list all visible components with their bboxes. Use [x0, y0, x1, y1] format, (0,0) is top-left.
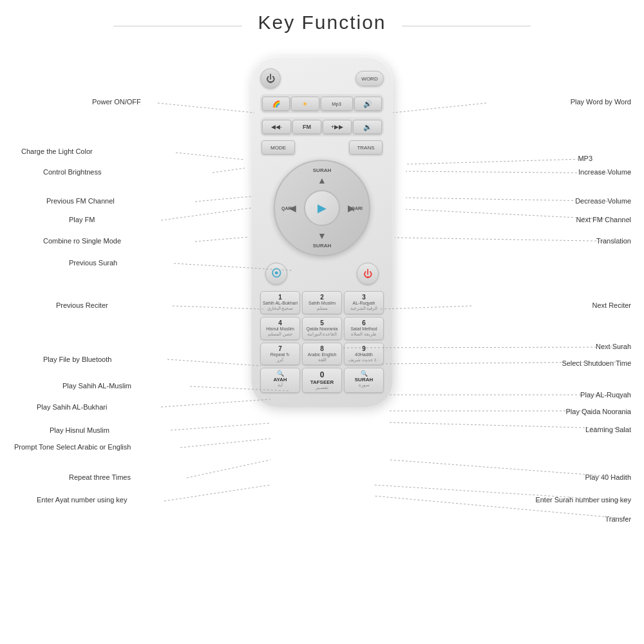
key-4-button[interactable]: 4 Hisnul Muslim حصن المسلم [260, 317, 300, 340]
svg-line-3 [213, 168, 245, 173]
key-8-en: Arabic English [304, 352, 340, 357]
key-5-ar: القاعدة النورانية [304, 332, 340, 337]
key-4-ar: حصن المسلم [262, 332, 298, 337]
label-prev-fm: Previous FM Channel [46, 197, 115, 205]
label-play-bluetooth: Play File by Bluetooth [43, 355, 111, 363]
key-6-ar: طريقة الصلاة [346, 332, 382, 337]
down-arrow-icon[interactable]: ▼ [317, 231, 327, 241]
key-3-ar: الرقية الشرعية [346, 306, 382, 311]
label-prev-reciter: Previous Reciter [56, 301, 108, 309]
svg-line-27 [164, 485, 270, 501]
label-enter-surah: Enter Surah number using key [535, 496, 631, 504]
label-play-qaida: Play Qaida Noorania [565, 408, 631, 415]
label-play-40-hadith: Play 40 Hadith [585, 473, 631, 481]
ayah-icon: 🔍 [262, 370, 298, 377]
key-4-en: Hisnul Muslim [262, 327, 298, 332]
key-3-button[interactable]: 3 AL-Ruqyah الرقية الشرعية [344, 291, 384, 314]
ayah-ar: آية [262, 383, 298, 388]
word-button[interactable]: WORD [355, 71, 384, 86]
svg-line-11 [395, 238, 631, 242]
label-play-sahih-muslim: Play Sahih AL-Muslim [62, 382, 131, 390]
up-arrow-icon[interactable]: ▲ [317, 175, 327, 185]
fm-row: ◀◀- FM +▶▶ 🔉 [260, 117, 384, 137]
svg-line-0 [158, 103, 254, 113]
volume-down-button[interactable]: 🔉 [353, 120, 382, 134]
word-label: WORD [361, 76, 377, 82]
fm-button[interactable]: FM [292, 120, 321, 134]
label-combine: Combine ro Single Mode [43, 237, 121, 245]
svg-line-10 [195, 237, 249, 242]
surah-key-button[interactable]: 🔍 SURAH سورة [344, 368, 384, 393]
label-play-hisnul: Play Hisnul Muslim [50, 426, 109, 434]
key-2-button[interactable]: 2 Sahih Muslim مسلم [302, 291, 342, 314]
title-line-right [402, 26, 531, 26]
remote-body: ⏻ WORD 🌈 ☀ Mp3 🔊 ◀◀- FM +▶▶ 🔉 MODE [251, 57, 393, 407]
shutdown-button[interactable]: ⏻ [357, 263, 379, 285]
label-transfer: Transfer [605, 515, 631, 523]
key-3-num: 3 [346, 294, 382, 301]
volume-up-button[interactable]: 🔊 [354, 97, 382, 111]
key-8-ar: اللغة [304, 357, 340, 363]
bluetooth-button[interactable]: ⦿ [265, 263, 287, 285]
label-select-shutdown: Select Shutdoen Time [562, 359, 631, 367]
svg-line-8 [161, 208, 251, 220]
label-control-brightness: Control Brightness [43, 168, 102, 176]
mp3-label: Mp3 [332, 101, 341, 107]
label-play-al-ruqyah: Play AL-Ruqyah [580, 391, 631, 399]
key-6-button[interactable]: 6 Salat Method طريقة الصلاة [344, 317, 384, 340]
dpad-center-button[interactable]: ▶ [304, 190, 340, 226]
svg-line-14 [380, 306, 471, 309]
brightness-button[interactable]: ☀ [291, 97, 319, 111]
numpad-top: 1 Sahih AL-Bukhari صحيح البخاري 2 Sahih … [260, 291, 384, 314]
top-button-row: ⏻ WORD [260, 68, 384, 89]
svg-line-22 [171, 423, 270, 430]
power-button[interactable]: ⏻ [260, 68, 281, 89]
key-7-en: Repeat ↻ [262, 352, 298, 357]
mode-button[interactable]: MODE [261, 140, 295, 155]
mode-label: MODE [270, 145, 286, 151]
svg-line-24 [180, 439, 270, 448]
left-arrow-icon[interactable]: ◀ [289, 203, 296, 213]
label-charge-light: Charge the Light Color [21, 147, 93, 155]
key-8-button[interactable]: 8 Arabic English اللغة [302, 343, 342, 366]
label-increase-vol: Increase Volume [578, 168, 631, 176]
svg-line-25 [187, 460, 270, 478]
key-5-button[interactable]: 5 Qaida Noorania القاعدة النورانية [302, 317, 342, 340]
key-3-en: AL-Ruqyah [346, 301, 382, 306]
ayah-button[interactable]: 🔍 AYAH آية [260, 368, 300, 393]
label-enter-ayat: Enter Ayat number using key [37, 496, 127, 504]
key-9-num: 9 [346, 345, 382, 352]
surah-key-icon: 🔍 [346, 370, 382, 377]
key-1-ar: صحيح البخاري [262, 306, 298, 311]
dpad-outer[interactable]: SURAH SURAH QARI QARI ▲ ▼ ◀ ▶ ▶ [274, 160, 370, 256]
key-1-button[interactable]: 1 Sahih AL-Bukhari صحيح البخاري [260, 291, 300, 314]
key-7-button[interactable]: 7 Repeat ↻ كرر [260, 343, 300, 366]
light-color-button[interactable]: 🌈 [262, 97, 290, 111]
label-prev-surah: Previous Surah [69, 259, 117, 267]
label-next-surah: Next Surah [596, 343, 631, 350]
label-decrease-vol: Decrease Volume [575, 197, 631, 205]
play-pause-icon: ▶ [317, 201, 327, 215]
key-5-en: Qaida Noorania [304, 327, 340, 332]
key-1-en: Sahih AL-Bukhari [262, 301, 298, 306]
label-translation: Translation [596, 237, 631, 245]
next-fm-button[interactable]: +▶▶ [323, 120, 352, 134]
key-5-num: 5 [304, 319, 340, 327]
tafseer-button[interactable]: 0 TAFSEER تفسـير [302, 368, 342, 393]
key-9-button[interactable]: 9 40Hadith ٤٠ حديث شريف [344, 343, 384, 366]
mp3-button[interactable]: Mp3 [321, 97, 353, 111]
trans-button[interactable]: TRANS [349, 140, 383, 155]
label-play-sahih-bukhari: Play Sahih AL-Bukhari [37, 403, 107, 411]
svg-line-1 [393, 103, 486, 113]
key-2-num: 2 [304, 294, 340, 301]
power-icon: ⏻ [266, 73, 275, 84]
key-6-en: Salat Method [346, 327, 382, 332]
key-6-num: 6 [346, 319, 382, 327]
surah-key-label: SURAH [346, 377, 382, 383]
tafseer-label: TAFSEER [304, 379, 340, 385]
label-next-reciter: Next Reciter [592, 301, 631, 309]
key-7-num: 7 [262, 345, 298, 352]
right-arrow-icon[interactable]: ▶ [348, 203, 355, 213]
key-9-en: 40Hadith [346, 352, 382, 357]
prev-fm-button[interactable]: ◀◀- [262, 120, 291, 134]
